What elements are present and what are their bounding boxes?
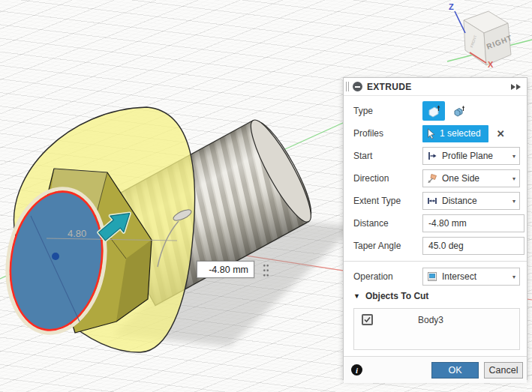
dialog-footer: i OK Cancel: [344, 356, 527, 383]
direction-label: Direction: [353, 173, 422, 184]
taper-angle-input[interactable]: [422, 237, 524, 255]
taper-angle-label: Taper Angle: [353, 241, 422, 251]
distance-row: Distance: [353, 214, 520, 233]
profiles-selection-count: 1 selected: [440, 128, 481, 139]
divider: [344, 261, 527, 262]
type-label: Type: [353, 106, 422, 116]
dimension-label: 4.80: [68, 228, 86, 239]
drag-grip-icon[interactable]: [346, 82, 350, 91]
one-side-icon: [427, 173, 437, 184]
extrude-type-solid-button[interactable]: [422, 101, 445, 121]
profiles-selection-button[interactable]: 1 selected: [422, 125, 488, 142]
extrude-solid-icon: [427, 104, 441, 118]
viewcube-x-label: X: [488, 60, 494, 69]
extent-type-label: Extent Type: [353, 196, 422, 206]
profiles-label: Profiles: [353, 128, 422, 139]
collapse-icon[interactable]: [353, 82, 362, 91]
cursor-icon: [427, 128, 436, 139]
operation-label: Operation: [353, 271, 422, 282]
floating-distance-input[interactable]: [197, 261, 254, 278]
distance-input[interactable]: [422, 214, 524, 232]
options-grip-icon[interactable]: [262, 262, 269, 277]
operation-row: Operation Intersect ▾: [353, 267, 520, 286]
type-row: Type: [353, 101, 520, 121]
section-collapse-icon[interactable]: ▼: [353, 292, 360, 300]
extrude-thin-icon: [452, 104, 467, 118]
clear-selection-icon[interactable]: ✕: [497, 128, 505, 139]
taper-angle-row: Taper Angle: [353, 236, 520, 256]
extent-type-value: Distance: [442, 196, 508, 206]
profile-plane-icon: [427, 151, 437, 161]
objects-to-cut-section-header[interactable]: ▼ Objects To Cut: [353, 289, 520, 303]
list-item[interactable]: Body3: [362, 314, 519, 325]
caret-down-icon: ▾: [512, 153, 515, 160]
start-dropdown[interactable]: Profile Plane ▾: [422, 147, 520, 165]
viewcube[interactable]: RIGHT FRONT Z X: [447, 2, 532, 69]
viewcube-z-label: Z: [449, 2, 454, 11]
dialog-header[interactable]: EXTRUDE: [344, 78, 527, 96]
start-value: Profile Plane: [442, 151, 508, 161]
distance-extent-icon: [427, 196, 437, 206]
floating-distance-widget: [197, 261, 269, 278]
caret-down-icon: ▾: [512, 198, 515, 205]
direction-row: Direction One Side ▾: [353, 169, 520, 188]
direction-value: One Side: [442, 173, 508, 184]
cancel-button[interactable]: Cancel: [484, 362, 523, 379]
dialog-title: EXTRUDE: [367, 82, 510, 92]
caret-down-icon: ▾: [512, 274, 515, 280]
sketch-center-point[interactable]: [52, 253, 59, 260]
expand-chevrons-icon[interactable]: [510, 83, 521, 91]
start-label: Start: [353, 151, 422, 161]
extent-type-dropdown[interactable]: Distance ▾: [422, 192, 520, 210]
objects-to-cut-label: Objects To Cut: [365, 291, 428, 301]
direction-dropdown[interactable]: One Side ▾: [422, 169, 520, 187]
body-name: Body3: [418, 315, 443, 325]
checkmark-icon: [363, 316, 371, 324]
info-icon[interactable]: i: [351, 364, 362, 376]
operation-value: Intersect: [442, 271, 508, 282]
intersect-operation-icon: [427, 271, 437, 282]
objects-to-cut-list: Body3: [353, 308, 520, 350]
extrude-type-thin-button[interactable]: [448, 101, 470, 121]
extent-type-row: Extent Type Distance ▾: [353, 191, 520, 211]
distance-label: Distance: [353, 218, 422, 229]
extrude-dialog: EXTRUDE Type: [343, 77, 527, 380]
ok-button[interactable]: OK: [431, 362, 479, 379]
caret-down-icon: ▾: [512, 175, 515, 182]
body-checkbox[interactable]: [362, 314, 373, 325]
dialog-body: Type: [344, 96, 527, 356]
profiles-row: Profiles 1 selected ✕: [353, 124, 520, 143]
operation-dropdown[interactable]: Intersect ▾: [422, 268, 520, 286]
start-row: Start Profile Plane ▾: [353, 146, 520, 166]
